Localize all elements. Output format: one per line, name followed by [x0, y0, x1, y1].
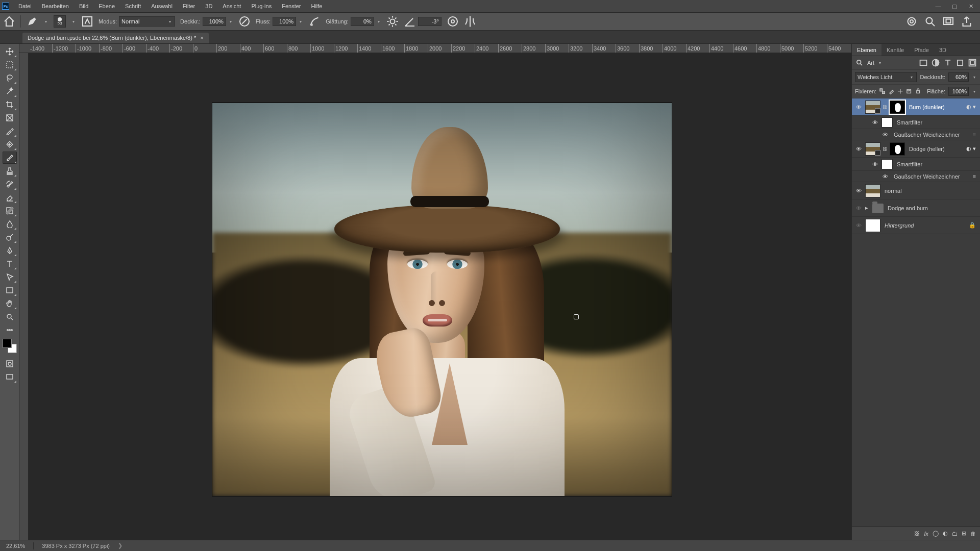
- opacity-chevron-icon[interactable]: ▾: [228, 19, 233, 24]
- menu-plugins[interactable]: Plug-ins: [246, 0, 277, 12]
- menu-schrift[interactable]: Schrift: [120, 0, 146, 12]
- history-brush-tool[interactable]: [3, 178, 17, 190]
- lock-transparent-icon[interactable]: [879, 87, 885, 96]
- lock-pixels-icon[interactable]: [889, 87, 894, 96]
- pressure-opacity-icon[interactable]: [238, 15, 251, 28]
- layer-name[interactable]: Hintergrund: [883, 222, 967, 229]
- menu-bild[interactable]: Bild: [74, 0, 93, 12]
- filter-smart-icon[interactable]: [968, 58, 977, 67]
- visibility-toggle[interactable]: 👁: [880, 173, 890, 180]
- delete-layer-icon[interactable]: 🗑: [970, 531, 976, 537]
- tab-kanaele[interactable]: Kanäle: [881, 44, 909, 56]
- layer-thumb[interactable]: [865, 101, 880, 114]
- status-chevron-icon[interactable]: ❯: [118, 542, 122, 549]
- smoothing-chevron-icon[interactable]: ▾: [376, 19, 381, 24]
- new-group-icon[interactable]: 🗀: [952, 531, 958, 537]
- rectangle-tool[interactable]: [3, 284, 17, 296]
- visibility-toggle[interactable]: 👁: [854, 146, 863, 152]
- visibility-toggle[interactable]: 👁: [880, 132, 890, 138]
- marquee-tool[interactable]: [3, 59, 17, 71]
- panel-opacity-chevron-icon[interactable]: ▾: [972, 75, 977, 80]
- document-tab[interactable]: Dodge and burn.psdc bei 22,6% (Burn (dun…: [22, 33, 209, 43]
- screenmode-tool-icon[interactable]: [3, 371, 17, 383]
- layer-name[interactable]: normal: [883, 188, 978, 194]
- visibility-toggle[interactable]: 👁: [854, 104, 863, 110]
- layer-burn-gauss[interactable]: 👁 Gaußscher Weichzeichner ≡: [852, 129, 980, 140]
- foreground-color[interactable]: [3, 339, 12, 348]
- crop-tool[interactable]: [3, 98, 17, 111]
- tab-pfade[interactable]: Pfade: [909, 44, 934, 56]
- home-icon[interactable]: [3, 15, 15, 28]
- filter-name[interactable]: Gaußscher Weichzeichner: [892, 173, 971, 180]
- menu-fenster[interactable]: Fenster: [277, 0, 306, 12]
- layer-normal[interactable]: 👁 normal: [852, 182, 980, 199]
- screen-mode-icon[interactable]: [942, 15, 954, 28]
- visibility-toggle[interactable]: 👁: [854, 222, 863, 229]
- menu-ebene[interactable]: Ebene: [93, 0, 120, 12]
- layer-fx-icon[interactable]: fx: [924, 531, 928, 537]
- fill-chevron-icon[interactable]: ▾: [972, 89, 977, 94]
- quickmask-icon[interactable]: [3, 358, 17, 370]
- link-layers-icon[interactable]: ⛓: [914, 531, 920, 537]
- visibility-toggle[interactable]: 👁: [854, 205, 863, 211]
- menu-hilfe[interactable]: Hilfe: [306, 0, 327, 12]
- eyedropper-tool[interactable]: [3, 125, 17, 137]
- menu-ansicht[interactable]: Ansicht: [217, 0, 246, 12]
- minimize-button[interactable]: —: [931, 0, 945, 12]
- tool-preset-chevron-icon[interactable]: ▾: [43, 19, 48, 24]
- zoom-level[interactable]: 22,61%: [6, 543, 25, 549]
- modus-select[interactable]: Normal▾: [119, 16, 175, 27]
- layer-name[interactable]: Dodge and burn: [886, 205, 978, 211]
- link-icon[interactable]: ⛓: [883, 105, 888, 110]
- filter-mask-thumb[interactable]: [881, 159, 893, 169]
- document-canvas[interactable]: [212, 103, 672, 496]
- close-button[interactable]: ✕: [964, 0, 978, 12]
- brush-chevron-icon[interactable]: ▾: [71, 19, 76, 24]
- filter-kind-chevron-icon[interactable]: ▾: [877, 61, 883, 65]
- layer-name[interactable]: Burn (dunkler): [907, 104, 964, 110]
- pen-tool[interactable]: [3, 244, 17, 257]
- opacity-input[interactable]: [203, 17, 226, 26]
- smoothing-input[interactable]: [351, 17, 374, 26]
- stamp-tool[interactable]: [3, 165, 17, 177]
- layer-thumb[interactable]: [865, 219, 880, 232]
- airbrush-icon[interactable]: [308, 15, 321, 28]
- new-layer-icon[interactable]: ⊞: [962, 530, 966, 537]
- filter-shape-icon[interactable]: [955, 58, 965, 67]
- menu-filter[interactable]: Filter: [178, 0, 200, 12]
- layer-name[interactable]: Dodge (heller): [907, 146, 964, 152]
- layer-background[interactable]: 👁 Hintergrund 🔒: [852, 217, 980, 234]
- tab-ebenen[interactable]: Ebenen: [852, 44, 881, 56]
- flow-chevron-icon[interactable]: ▾: [298, 19, 303, 24]
- lock-icon[interactable]: 🔒: [969, 222, 978, 229]
- dodge-tool[interactable]: [3, 231, 17, 243]
- layer-mask-thumb[interactable]: [890, 142, 905, 156]
- blur-tool[interactable]: [3, 218, 17, 230]
- menu-3d[interactable]: 3D: [200, 0, 217, 12]
- move-tool[interactable]: [3, 45, 17, 58]
- edit-toolbar-icon[interactable]: [3, 324, 17, 336]
- layer-dodge-smartfilters[interactable]: 👁 Smartfilter: [852, 158, 980, 171]
- tool-preset-icon[interactable]: [26, 15, 38, 28]
- layer-thumb[interactable]: [865, 184, 880, 197]
- menu-datei[interactable]: Datei: [13, 0, 37, 12]
- filter-name[interactable]: Gaußscher Weichzeichner: [892, 132, 971, 138]
- brush-tool[interactable]: [3, 152, 17, 164]
- filter-adjust-icon[interactable]: [931, 58, 940, 67]
- flow-input[interactable]: [273, 17, 296, 26]
- brush-preview[interactable]: 53: [54, 15, 66, 28]
- share-icon[interactable]: [961, 15, 973, 28]
- wand-tool[interactable]: [3, 85, 17, 97]
- healing-tool[interactable]: [3, 138, 17, 151]
- new-adjustment-icon[interactable]: ◐: [943, 530, 948, 537]
- menu-auswahl[interactable]: Auswahl: [146, 0, 178, 12]
- expand-icon[interactable]: ▸: [865, 205, 870, 211]
- filter-type-icon[interactable]: [943, 58, 952, 67]
- fill-input[interactable]: [948, 87, 969, 96]
- lock-position-icon[interactable]: [897, 87, 903, 96]
- lock-nested-icon[interactable]: [906, 87, 912, 96]
- cloud-docs-icon[interactable]: [905, 15, 918, 28]
- gradient-tool[interactable]: [3, 205, 17, 217]
- eraser-tool[interactable]: [3, 191, 17, 204]
- type-tool[interactable]: [3, 258, 17, 270]
